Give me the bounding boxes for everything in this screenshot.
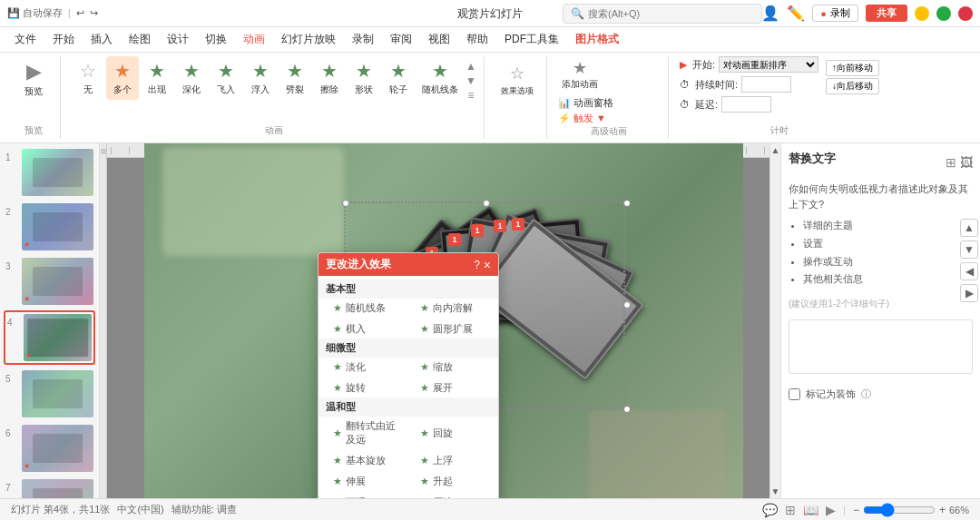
ribbon-btn-shape[interactable]: ★ 形状: [348, 56, 380, 100]
sidebar-scroll-up[interactable]: ▲: [960, 219, 978, 237]
normal-view-btn[interactable]: ⊞: [785, 503, 796, 517]
handle-br[interactable]: [623, 406, 631, 413]
autosave-button[interactable]: 💾 自动保存: [7, 6, 63, 20]
sidebar-scroll-down[interactable]: ▼: [960, 240, 978, 259]
handle-tr[interactable]: [623, 200, 631, 207]
delay-icon: ⏱: [680, 99, 690, 110]
slide-thumb-1[interactable]: 1: [4, 147, 95, 198]
dialog-item-dissolve[interactable]: ★向内溶解: [409, 299, 495, 318]
record-button[interactable]: ● 录制: [812, 5, 858, 22]
dialog-item-expand[interactable]: ★展开: [409, 378, 495, 397]
dialog-item-flip-near[interactable]: ★翻转式由近及远: [322, 417, 407, 449]
dialog-item-compress[interactable]: ★压缩: [409, 493, 495, 498]
window-close[interactable]: [958, 6, 973, 21]
dialog-item-random-lines[interactable]: ★随机线条: [322, 299, 407, 318]
anim-expand[interactable]: ≡: [466, 89, 476, 102]
dialog-item-rise[interactable]: ★升起: [409, 472, 495, 491]
canvas-scroll-up[interactable]: ▲: [771, 145, 780, 155]
dialog-item-float-up[interactable]: ★上浮: [409, 451, 495, 470]
canvas-scroll-down[interactable]: ▼: [771, 486, 780, 496]
slide-thumb-3[interactable]: 3 ★: [4, 256, 95, 307]
ribbon-btn-flyin[interactable]: ★ 飞入: [210, 56, 242, 100]
menu-item-切换[interactable]: 切换: [198, 29, 234, 50]
delay-input[interactable]: [721, 96, 771, 113]
sidebar-textarea[interactable]: [789, 319, 973, 374]
menu-item-开始[interactable]: 开始: [45, 29, 82, 50]
anim-scroll-down[interactable]: ▼: [466, 74, 476, 87]
window-maximize[interactable]: [936, 6, 951, 21]
start-select[interactable]: 对动画重新排序: [719, 56, 818, 73]
menu-item-录制[interactable]: 录制: [345, 29, 381, 50]
menu-item-插入[interactable]: 插入: [83, 29, 120, 50]
handle-tl[interactable]: [342, 200, 349, 207]
menu-item-绘图[interactable]: 绘图: [122, 29, 158, 50]
ribbon-btn-appear[interactable]: ★ 出现: [141, 56, 173, 100]
dialog-help-button[interactable]: ?: [474, 259, 480, 271]
ribbon-btn-preview[interactable]: ▶ 预览: [15, 56, 53, 102]
menu-item-帮助[interactable]: 帮助: [459, 29, 495, 50]
trigger-btn[interactable]: ⚡ 触发 ▼: [558, 112, 606, 125]
sidebar-scroll-left[interactable]: ◀: [960, 262, 978, 280]
slide-thumb-6[interactable]: 6 ★: [4, 423, 95, 474]
undo-icon[interactable]: ↩: [76, 7, 84, 19]
sidebar-img-btn[interactable]: 🖼: [960, 155, 973, 170]
sidebar-expand-btn[interactable]: ⊞: [946, 155, 956, 170]
menu-item-审阅[interactable]: 审阅: [383, 29, 419, 50]
anim-panel-toggle[interactable]: 📊 动画窗格: [558, 96, 613, 110]
anim-scroll-up[interactable]: ▲: [466, 60, 476, 73]
slide-3-star: ★: [24, 295, 30, 303]
zoom-in-btn[interactable]: +: [939, 504, 946, 516]
read-view-btn[interactable]: 📖: [803, 503, 818, 517]
dialog-close-button[interactable]: ×: [484, 259, 491, 271]
reorder-down-btn[interactable]: ↓向后移动: [826, 78, 879, 94]
dialog-item-basic-rotate[interactable]: ★基本旋放: [322, 451, 407, 470]
dialog-item-fade[interactable]: ★淡化: [322, 358, 407, 377]
handle-tc[interactable]: [483, 200, 490, 207]
dialog-item-stretch[interactable]: ★伸展: [322, 472, 407, 491]
ribbon-btn-wheel[interactable]: ★ 轮子: [382, 56, 415, 100]
ribbon-btn-split[interactable]: ★ 劈裂: [279, 56, 311, 100]
slide-thumb-2[interactable]: 2 ★: [4, 201, 95, 252]
menu-item-PDF工具集[interactable]: PDF工具集: [497, 29, 566, 50]
ribbon-btn-wipe[interactable]: ★ 擦除: [313, 56, 346, 100]
slide-thumb-5[interactable]: 5: [4, 368, 95, 419]
ribbon-btn-floatin[interactable]: ★ 浮入: [244, 56, 277, 100]
ribbon-btn-deepen[interactable]: ★ 深化: [175, 56, 208, 100]
dialog-item-circle-expand[interactable]: ★圆形扩展: [409, 319, 495, 338]
window-minimize[interactable]: [915, 6, 929, 21]
ribbon-btn-add-anim[interactable]: ★ 添加动画: [558, 56, 602, 93]
menu-item-视图[interactable]: 视图: [421, 29, 457, 50]
duration-input[interactable]: [741, 76, 791, 93]
user-avatar-icon[interactable]: 👤: [761, 5, 779, 22]
menu-item-幻灯片放映[interactable]: 幻灯片放映: [274, 29, 343, 50]
menu-item-动画[interactable]: 动画: [236, 29, 272, 50]
ribbon-btn-effect-options[interactable]: ☆ 效果选项: [495, 56, 539, 101]
menu-item-设计[interactable]: 设计: [160, 29, 196, 50]
menu-item-图片格式[interactable]: 图片格式: [568, 29, 626, 50]
comment-view-btn[interactable]: 💬: [762, 503, 778, 517]
decorative-checkbox[interactable]: [789, 388, 800, 400]
share-button[interactable]: 共享: [866, 5, 907, 22]
pen-icon[interactable]: ✏️: [787, 5, 805, 22]
slide-thumb-7[interactable]: 7: [4, 477, 95, 498]
zoom-slider[interactable]: [863, 503, 936, 517]
redo-icon[interactable]: ↪: [90, 7, 98, 19]
dialog-item-float-down[interactable]: ★下浮: [322, 493, 407, 498]
menu-item-文件[interactable]: 文件: [7, 29, 44, 50]
canvas-scrollbar[interactable]: ▲ ▼: [769, 143, 780, 498]
dialog-item-swivel[interactable]: ★回旋: [409, 417, 495, 449]
zoom-out-btn[interactable]: −: [853, 504, 859, 516]
slideshow-view-btn[interactable]: ▶: [826, 503, 836, 517]
ribbon-btn-none[interactable]: ☆ 无: [72, 56, 104, 100]
dialog-item-checker[interactable]: ★棋入: [322, 319, 407, 338]
reorder-up-btn[interactable]: ↑向前移动: [826, 60, 879, 76]
search-input[interactable]: [588, 8, 754, 19]
sidebar-scroll-right[interactable]: ▶: [960, 284, 978, 302]
dialog-item-zoom[interactable]: ★缩放: [409, 358, 495, 377]
slide-panel: 1 2 ★ 3 ★ 4 ★: [0, 143, 100, 498]
ribbon-btn-random[interactable]: ★ 随机线条: [416, 56, 464, 100]
handle-mr[interactable]: [623, 301, 631, 309]
ribbon-btn-multiple[interactable]: ★ 多个: [106, 56, 139, 100]
slide-thumb-4[interactable]: 4 ★: [4, 310, 95, 365]
dialog-item-rotate[interactable]: ★旋转: [322, 378, 407, 397]
